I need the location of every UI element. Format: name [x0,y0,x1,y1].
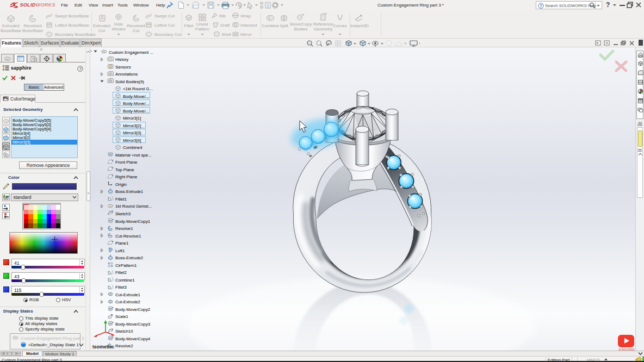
svg-text:?: ? [540,3,542,8]
svg-text:SOLIDWORKS: SOLIDWORKS [20,2,55,8]
svg-text:?: ? [79,66,82,71]
